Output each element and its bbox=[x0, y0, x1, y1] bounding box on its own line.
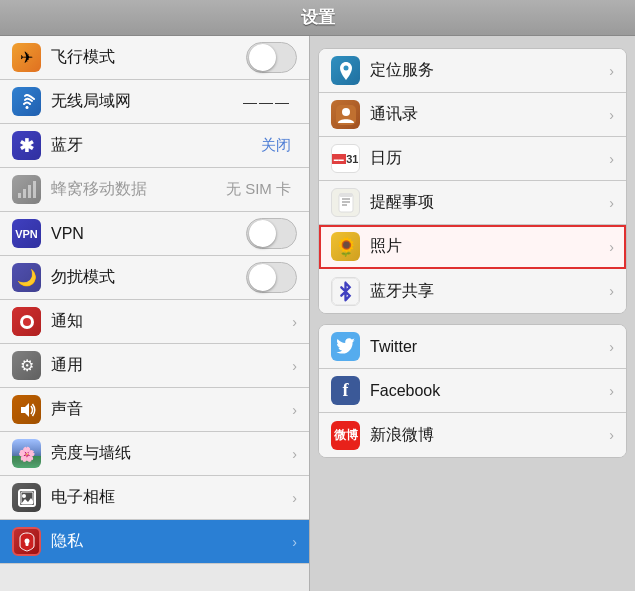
sidebar-label-wallpaper: 亮度与墙纸 bbox=[51, 443, 292, 464]
svg-rect-18 bbox=[339, 193, 353, 197]
notification-icon bbox=[12, 307, 41, 336]
sound-icon bbox=[12, 395, 41, 424]
svg-marker-5 bbox=[21, 403, 29, 417]
right-item-weibo[interactable]: 微博 新浪微博 › bbox=[319, 413, 626, 457]
svg-point-8 bbox=[22, 494, 26, 498]
sidebar-label-notifications: 通知 bbox=[51, 311, 292, 332]
weibo-icon: 微博 bbox=[331, 421, 360, 450]
calendar-arrow: › bbox=[609, 151, 614, 167]
right-item-facebook[interactable]: f Facebook › bbox=[319, 369, 626, 413]
cellular-value: 无 SIM 卡 bbox=[226, 180, 291, 199]
bluetooth-value: 关闭 bbox=[261, 136, 291, 155]
contacts-icon bbox=[331, 100, 360, 129]
reminders-icon bbox=[331, 188, 360, 217]
sidebar-label-wifi: 无线局域网 bbox=[51, 91, 243, 112]
bluetooth-icon: ✱ bbox=[12, 131, 41, 160]
sidebar: ✈ 飞行模式 无线局域网 ——— ✱ 蓝牙 关闭 bbox=[0, 36, 310, 591]
right-item-contacts[interactable]: 通讯录 › bbox=[319, 93, 626, 137]
toggle-knob bbox=[249, 264, 276, 291]
twitter-arrow: › bbox=[609, 339, 614, 355]
right-label-calendar: 日历 bbox=[370, 148, 609, 169]
facebook-icon: f bbox=[331, 376, 360, 405]
svg-point-13 bbox=[342, 108, 350, 116]
right-item-calendar[interactable]: ▬▬ 31 日历 › bbox=[319, 137, 626, 181]
sidebar-item-sound[interactable]: 声音 › bbox=[0, 388, 309, 432]
sidebar-item-general[interactable]: ⚙ 通用 › bbox=[0, 344, 309, 388]
photos-arrow: › bbox=[609, 239, 614, 255]
right-item-twitter[interactable]: Twitter › bbox=[319, 325, 626, 369]
wallpaper-arrow: › bbox=[292, 446, 297, 462]
sidebar-label-dnd: 勿扰模式 bbox=[51, 267, 246, 288]
sidebar-item-airplane[interactable]: ✈ 飞行模式 bbox=[0, 36, 309, 80]
dnd-icon: 🌙 bbox=[12, 263, 41, 292]
location-icon bbox=[331, 56, 360, 85]
sidebar-label-cellular: 蜂窝移动数据 bbox=[51, 179, 226, 200]
bt-share-arrow: › bbox=[609, 283, 614, 299]
dnd-toggle[interactable] bbox=[246, 262, 297, 293]
right-item-photos[interactable]: 🌻 照片 › bbox=[319, 225, 626, 269]
photoframe-icon bbox=[12, 483, 41, 512]
page-title: 设置 bbox=[301, 6, 335, 29]
svg-rect-3 bbox=[28, 185, 31, 198]
svg-rect-4 bbox=[33, 181, 36, 198]
svg-rect-2 bbox=[23, 189, 26, 198]
twitter-icon bbox=[331, 332, 360, 361]
sidebar-label-bluetooth: 蓝牙 bbox=[51, 135, 261, 156]
facebook-arrow: › bbox=[609, 383, 614, 399]
right-label-location: 定位服务 bbox=[370, 60, 609, 81]
general-arrow: › bbox=[292, 358, 297, 374]
privacy-icon bbox=[12, 527, 41, 556]
right-label-bt-share: 蓝牙共享 bbox=[370, 281, 609, 302]
sidebar-item-wallpaper[interactable]: 🌸 亮度与墙纸 › bbox=[0, 432, 309, 476]
right-label-reminders: 提醒事项 bbox=[370, 192, 609, 213]
toggle-knob bbox=[249, 44, 276, 71]
right-label-twitter: Twitter bbox=[370, 338, 609, 356]
sidebar-item-dnd[interactable]: 🌙 勿扰模式 bbox=[0, 256, 309, 300]
location-arrow: › bbox=[609, 63, 614, 79]
sidebar-item-bluetooth[interactable]: ✱ 蓝牙 关闭 bbox=[0, 124, 309, 168]
sidebar-label-photoframe: 电子相框 bbox=[51, 487, 292, 508]
bt-share-icon bbox=[331, 277, 360, 306]
sidebar-label-privacy: 隐私 bbox=[51, 531, 292, 552]
sidebar-item-privacy[interactable]: 隐私 › bbox=[0, 520, 309, 564]
sidebar-label-sound: 声音 bbox=[51, 399, 292, 420]
right-item-reminders[interactable]: 提醒事项 › bbox=[319, 181, 626, 225]
sidebar-item-vpn[interactable]: VPN VPN bbox=[0, 212, 309, 256]
airplane-icon: ✈ bbox=[12, 43, 41, 72]
sidebar-item-notifications[interactable]: 通知 › bbox=[0, 300, 309, 344]
right-item-location[interactable]: 定位服务 › bbox=[319, 49, 626, 93]
airplane-toggle[interactable] bbox=[246, 42, 297, 73]
right-section-1: 定位服务 › 通讯录 › ▬▬ 31 bbox=[318, 48, 627, 314]
photoframe-arrow: › bbox=[292, 490, 297, 506]
right-label-facebook: Facebook bbox=[370, 382, 609, 400]
privacy-arrow: › bbox=[292, 534, 297, 550]
right-section-2: Twitter › f Facebook › 微博 新浪微博 › bbox=[318, 324, 627, 458]
right-label-weibo: 新浪微博 bbox=[370, 425, 609, 446]
svg-rect-10 bbox=[25, 542, 28, 546]
right-item-bt-share[interactable]: 蓝牙共享 › bbox=[319, 269, 626, 313]
sidebar-label-vpn: VPN bbox=[51, 225, 246, 243]
wifi-icon bbox=[12, 87, 41, 116]
right-label-contacts: 通讯录 bbox=[370, 104, 609, 125]
sidebar-item-cellular[interactable]: 蜂窝移动数据 无 SIM 卡 bbox=[0, 168, 309, 212]
sound-arrow: › bbox=[292, 402, 297, 418]
title-bar: 设置 bbox=[0, 0, 635, 36]
sidebar-label-general: 通用 bbox=[51, 355, 292, 376]
vpn-toggle[interactable] bbox=[246, 218, 297, 249]
vpn-icon: VPN bbox=[12, 219, 41, 248]
calendar-icon: ▬▬ 31 bbox=[331, 144, 360, 173]
wallpaper-icon: 🌸 bbox=[12, 439, 41, 468]
right-panel: 定位服务 › 通讯录 › ▬▬ 31 bbox=[310, 36, 635, 591]
reminders-arrow: › bbox=[609, 195, 614, 211]
cellular-icon bbox=[12, 175, 41, 204]
photos-icon: 🌻 bbox=[331, 232, 360, 261]
sidebar-item-wifi[interactable]: 无线局域网 ——— bbox=[0, 80, 309, 124]
general-icon: ⚙ bbox=[12, 351, 41, 380]
right-label-photos: 照片 bbox=[370, 236, 609, 257]
weibo-arrow: › bbox=[609, 427, 614, 443]
contacts-arrow: › bbox=[609, 107, 614, 123]
toggle-knob bbox=[249, 220, 276, 247]
sidebar-item-photoframe[interactable]: 电子相框 › bbox=[0, 476, 309, 520]
notifications-arrow: › bbox=[292, 314, 297, 330]
wifi-value: ——— bbox=[243, 94, 291, 110]
